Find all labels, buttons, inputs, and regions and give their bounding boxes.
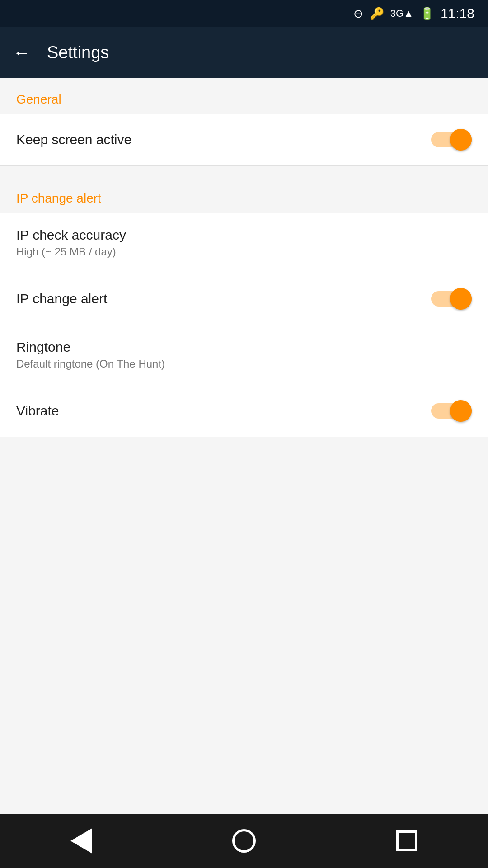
setting-sublabel-ip-check-accuracy: High (~ 25 MB / day): [16, 245, 126, 258]
status-icons: ⊖ 🔑 3G▲ 🔋 11:18: [353, 6, 474, 21]
nav-recents-icon: [396, 830, 417, 851]
section-divider-1: [0, 166, 488, 177]
nav-back-button[interactable]: [63, 823, 99, 859]
setting-ip-change-alert[interactable]: IP change alert: [0, 273, 488, 325]
signal-icon: 3G▲: [390, 8, 413, 19]
nav-home-button[interactable]: [226, 823, 262, 859]
key-icon: 🔑: [370, 7, 384, 21]
toggle-thumb-keep-screen-active: [450, 129, 472, 151]
settings-content: General Keep screen active IP change ale…: [0, 78, 488, 814]
back-button[interactable]: ←: [13, 42, 31, 63]
setting-text-ip-check-accuracy: IP check accuracy High (~ 25 MB / day): [16, 227, 126, 258]
status-bar: ⊖ 🔑 3G▲ 🔋 11:18: [0, 0, 488, 27]
nav-home-icon: [232, 829, 256, 853]
minus-circle-icon: ⊖: [353, 7, 363, 21]
setting-label-ip-check-accuracy: IP check accuracy: [16, 227, 126, 243]
setting-text-keep-screen-active: Keep screen active: [16, 132, 131, 147]
section-header-ip-change: IP change alert: [0, 177, 488, 213]
setting-label-ringtone: Ringtone: [16, 340, 165, 355]
toggle-thumb-ip-change-alert: [450, 288, 472, 310]
setting-label-ip-change-alert: IP change alert: [16, 291, 107, 307]
setting-keep-screen-active[interactable]: Keep screen active: [0, 114, 488, 166]
setting-sublabel-ringtone: Default ringtone (On The Hunt): [16, 358, 165, 370]
setting-label-vibrate: Vibrate: [16, 403, 59, 419]
bottom-nav: [0, 814, 488, 868]
toggle-keep-screen-active[interactable]: [431, 128, 472, 151]
battery-icon: 🔋: [420, 7, 434, 21]
nav-recents-button[interactable]: [389, 823, 425, 859]
nav-back-icon: [70, 828, 92, 854]
section-header-general: General: [0, 78, 488, 114]
setting-text-ip-change-alert: IP change alert: [16, 291, 107, 307]
setting-vibrate[interactable]: Vibrate: [0, 385, 488, 437]
setting-text-ringtone: Ringtone Default ringtone (On The Hunt): [16, 340, 165, 370]
status-time: 11:18: [441, 6, 474, 21]
setting-ringtone[interactable]: Ringtone Default ringtone (On The Hunt): [0, 325, 488, 385]
setting-ip-check-accuracy[interactable]: IP check accuracy High (~ 25 MB / day): [0, 213, 488, 273]
toggle-thumb-vibrate: [450, 400, 472, 422]
back-arrow-icon: ←: [13, 42, 31, 63]
setting-label-keep-screen-active: Keep screen active: [16, 132, 131, 147]
setting-text-vibrate: Vibrate: [16, 403, 59, 419]
app-bar: ← Settings: [0, 27, 488, 78]
toggle-ip-change-alert[interactable]: [431, 288, 472, 310]
toggle-vibrate[interactable]: [431, 400, 472, 422]
app-title: Settings: [47, 43, 109, 62]
